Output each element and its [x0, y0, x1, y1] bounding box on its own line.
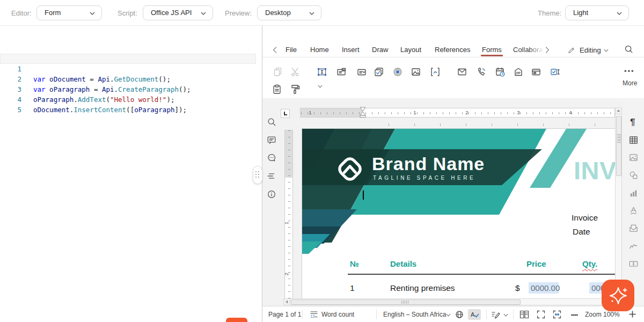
review-display-icon[interactable]: [491, 310, 500, 319]
chat-panel-icon[interactable]: [267, 153, 276, 163]
code-line[interactable]: 1 var oDocument = Api.GetDocument();: [0, 54, 262, 64]
scroll-up-arrow[interactable]: [615, 107, 622, 114]
play-icon: [226, 318, 247, 322]
date-label: Date: [573, 227, 590, 237]
search-icon[interactable]: [624, 45, 633, 54]
tab-forms[interactable]: Forms: [482, 46, 502, 54]
toolbar-more-label[interactable]: More: [623, 79, 637, 87]
svg-text:12: 12: [311, 314, 315, 318]
form-settings-icon[interactable]: [628, 259, 639, 269]
radio-button-icon[interactable]: [392, 67, 403, 77]
toolbar-more-icon[interactable]: •••: [624, 67, 635, 75]
phone-field-icon[interactable]: [476, 67, 487, 77]
tab-stop-L-icon: [284, 112, 287, 115]
row-details: Renting premises: [390, 283, 455, 293]
combo-box-icon[interactable]: [336, 67, 347, 77]
word-count-label[interactable]: Word count: [321, 311, 354, 318]
code-line[interactable]: 5: [0, 94, 262, 105]
ruler-number: 4: [569, 109, 572, 115]
thumb-grip: [617, 134, 621, 143]
code-line[interactable]: 2 var oParagraph = Api.CreateParagraph()…: [0, 64, 262, 74]
col-header-price: Price: [526, 259, 546, 268]
col-header-qty: Qty.: [582, 259, 597, 268]
fit-page-icon[interactable]: [537, 310, 545, 319]
zip-code-field-icon[interactable]: ZIP: [513, 67, 524, 77]
brand-logo-icon: [334, 153, 365, 185]
tab-home[interactable]: Home: [310, 46, 329, 54]
text-art-settings-icon[interactable]: [628, 206, 639, 216]
navigation-panel-icon[interactable]: [267, 171, 276, 181]
text-field-icon[interactable]: [317, 67, 327, 77]
tab-draw[interactable]: Draw: [372, 46, 388, 54]
zoom-in-button[interactable]: [629, 311, 636, 318]
splitter-handle[interactable]: [253, 166, 262, 184]
preview-select[interactable]: Desktop: [257, 5, 321, 20]
invoice-label: Invoice: [572, 213, 598, 223]
tabs-scroll-right-icon[interactable]: [545, 47, 550, 53]
checkbox-icon[interactable]: [374, 67, 384, 77]
spell-check-toggle[interactable]: A: [468, 309, 481, 320]
editor-select[interactable]: Form: [36, 5, 102, 20]
image-field-icon[interactable]: [411, 67, 421, 77]
chevron-down-icon[interactable]: [318, 85, 323, 88]
complex-field-icon[interactable]: [430, 67, 441, 77]
brand-tagline: TAGLINE SPACE HERE: [373, 175, 475, 181]
mail-merge-icon[interactable]: [628, 223, 639, 233]
shape-settings-icon[interactable]: [628, 170, 639, 180]
tab-file[interactable]: File: [286, 46, 297, 54]
price-form-field[interactable]: 0000.00: [529, 282, 559, 294]
about-panel-icon[interactable]: [267, 189, 276, 199]
tab-insert[interactable]: Insert: [342, 46, 360, 54]
zoom-out-button[interactable]: [571, 314, 578, 316]
word-count-icon[interactable]: 12: [310, 310, 318, 319]
code-editor[interactable]: 1 var oDocument = Api.GetDocument(); 2 v…: [0, 26, 262, 322]
search-panel-icon[interactable]: [267, 117, 276, 127]
code-line[interactable]: 4 oDocument.InsertContent([oParagraph]);: [0, 84, 262, 94]
theme-select[interactable]: Light: [565, 5, 629, 20]
run-button[interactable]: [226, 318, 247, 322]
tab-collaboration[interactable]: Collabora: [513, 46, 543, 54]
code-line[interactable]: 3 oParagraph.AddText("Hello world!");: [0, 74, 262, 84]
scroll-left-arrow[interactable]: [283, 298, 290, 305]
comments-panel-icon[interactable]: [267, 135, 276, 145]
ai-assistant-button[interactable]: [602, 280, 634, 311]
dropdown-icon[interactable]: [356, 67, 367, 77]
signature-settings-icon[interactable]: [628, 241, 639, 251]
theme-label: Theme:: [538, 9, 561, 17]
document-page[interactable]: Brand Name TAGLINE SPACE HERE INVOICE In…: [302, 129, 615, 299]
table-rule: [348, 274, 615, 275]
vertical-scroll-thumb[interactable]: [616, 116, 621, 176]
playground-topbar: Editor: Form Script: Office JS API Previ…: [0, 0, 644, 26]
copy-icon[interactable]: [273, 67, 283, 77]
table-settings-icon[interactable]: [628, 135, 639, 145]
tab-stop-selector[interactable]: [281, 109, 290, 118]
editing-mode-icon[interactable]: [568, 46, 576, 54]
chevron-down-icon[interactable]: [604, 49, 609, 52]
col-header-details: Details: [390, 259, 416, 268]
right-sidebar: [622, 100, 644, 306]
script-select[interactable]: Office JS API: [143, 5, 213, 20]
checkbox-with-text-icon[interactable]: [550, 67, 560, 77]
svg-text:A: A: [471, 311, 475, 318]
credit-card-field-icon[interactable]: [531, 67, 541, 77]
chevron-down-icon[interactable]: [446, 313, 451, 317]
tab-layout[interactable]: Layout: [400, 46, 421, 54]
chart-settings-icon[interactable]: [628, 188, 639, 198]
email-field-icon[interactable]: [457, 67, 467, 77]
tabs-scroll-left-icon[interactable]: [273, 47, 277, 53]
paragraph-settings-icon[interactable]: ¶: [630, 117, 635, 128]
image-settings-icon[interactable]: [628, 152, 639, 163]
cut-icon[interactable]: [290, 67, 301, 77]
editing-mode-label[interactable]: Editing: [580, 46, 601, 54]
tab-references[interactable]: References: [435, 46, 470, 54]
indent-marker[interactable]: [359, 107, 367, 118]
fit-width-icon[interactable]: [553, 310, 561, 319]
date-time-field-icon[interactable]: [495, 67, 506, 77]
two-page-view-icon[interactable]: [519, 310, 529, 319]
format-painter-icon[interactable]: [290, 84, 301, 94]
globe-icon[interactable]: [455, 310, 464, 319]
chevron-down-icon[interactable]: [503, 313, 508, 317]
ruler-number: 1: [283, 222, 289, 224]
paste-icon[interactable]: [272, 84, 282, 94]
language-label[interactable]: English – South Africa: [383, 311, 446, 318]
